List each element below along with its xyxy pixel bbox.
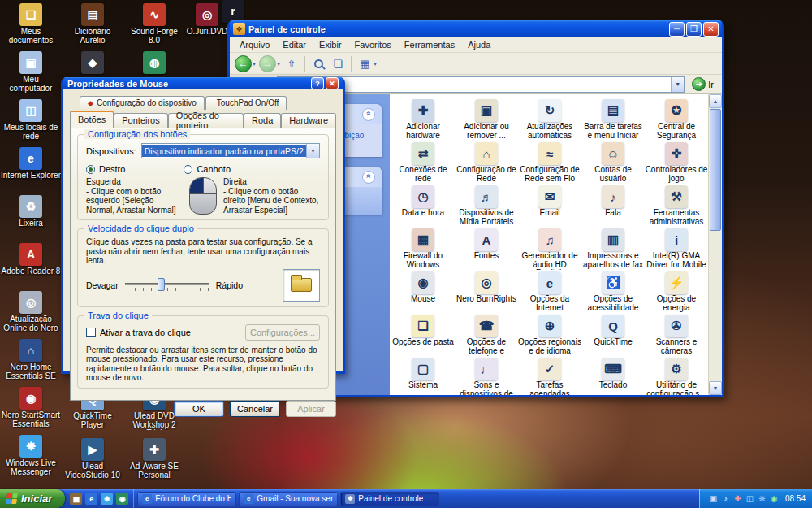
scroll-down-icon[interactable]: ▼ — [709, 381, 722, 395]
tray-icon[interactable]: ✚ — [732, 494, 743, 503]
tray-icon[interactable]: ♪ — [720, 494, 731, 503]
control-panel-item[interactable]: ♬ Dispositivos de Mídia Portáteis — [455, 185, 518, 228]
desktop-icon[interactable]: ▣ Meu computador — [1, 51, 61, 98]
desktop-icon[interactable]: ∿ Sound Forge 8.0 — [124, 3, 184, 50]
tab[interactable]: Roda — [244, 113, 281, 128]
scrollbar-thumb[interactable] — [710, 109, 721, 231]
control-panel-item[interactable]: ⊕ Opções regionais e de idioma — [518, 315, 581, 358]
control-panel-item[interactable]: ♪ Fala — [581, 185, 645, 228]
doubleclick-test-area[interactable] — [283, 269, 320, 302]
righthanded-radio[interactable]: Destro — [86, 164, 125, 174]
control-panel-item[interactable]: ▤ Barra de tarefas e menu Iniciar — [581, 99, 645, 142]
control-panel-item[interactable]: ✜ Controladores de jogo — [645, 142, 708, 185]
desktop-icon[interactable]: ❏ Meus documentos — [1, 3, 61, 50]
lefthanded-radio[interactable]: Canhoto — [184, 164, 231, 174]
tab[interactable]: Ponteiros — [114, 113, 167, 128]
desktop-icon[interactable]: ▶ Ulead VideoStudio 10 — [63, 438, 123, 487]
control-panel-item[interactable]: ◎ Nero BurnRights — [455, 271, 518, 315]
quicklaunch-icon[interactable]: ❋ — [101, 493, 113, 505]
menu-item[interactable]: Ajuda — [461, 39, 497, 50]
tab[interactable]: TouchPad On/Off — [205, 96, 287, 110]
collapse-chevron-icon[interactable]: » — [362, 108, 375, 121]
help-button[interactable]: ? — [311, 77, 324, 89]
dropdown-arrow-icon[interactable]: ▼ — [306, 144, 319, 158]
back-dropdown-icon[interactable]: ▾ — [253, 60, 256, 67]
ok-button[interactable]: OK — [174, 401, 224, 417]
apply-button[interactable]: Aplicar — [286, 401, 336, 417]
control-panel-item[interactable]: A Fontes — [455, 228, 518, 271]
control-panel-item[interactable]: ♩ Sons e dispositivos de áudio — [455, 358, 518, 395]
desktop-icon[interactable]: ◎ Atualização Online do Nero — [1, 291, 61, 337]
control-panel-item[interactable]: ⌂ Configuração de Rede — [455, 142, 518, 185]
control-panel-item[interactable]: ▦ Firewall do Windows — [391, 228, 455, 271]
tray-icon[interactable]: ◉ — [769, 494, 780, 503]
menu-item[interactable]: Ferramentas — [398, 39, 461, 50]
desktop-icon[interactable]: A Adobe Reader 8 — [1, 243, 61, 289]
control-panel-item[interactable]: e Opções da Internet — [518, 271, 581, 315]
control-panel-item[interactable]: ⇄ Conexões de rede — [391, 142, 455, 185]
control-panel-item[interactable]: ☺ Contas de usuário — [581, 142, 645, 185]
slider-thumb[interactable] — [158, 278, 165, 291]
control-panel-item[interactable]: ⚒ Ferramentas administrativas — [645, 185, 708, 228]
control-panel-item[interactable]: ❏ Opções de pasta — [391, 315, 455, 358]
control-panel-item[interactable]: Q QuickTime — [581, 315, 645, 358]
clicklock-checkbox[interactable]: Ativar a trava do clique — [86, 328, 191, 337]
taskbar-task[interactable]: e Gmail - Sua nova sen... — [239, 492, 338, 506]
folders-icon[interactable]: ❏ — [330, 55, 346, 72]
control-panel-item[interactable]: ✉ Email — [518, 185, 581, 228]
desktop-icon[interactable]: ◫ Meus locais de rede — [1, 99, 61, 145]
doubleclick-speed-slider[interactable] — [125, 277, 209, 293]
desktop-icon[interactable]: ⌂ Nero Home Essentials SE — [1, 339, 61, 385]
taskbar-task[interactable]: ❖ Painel de controle — [340, 492, 439, 506]
control-panel-item[interactable]: ♿ Opções de acessibilidade — [581, 271, 645, 315]
control-panel-item[interactable]: ✇ Scanners e câmeras — [645, 315, 708, 358]
minimize-button[interactable]: ─ — [669, 22, 685, 37]
close-button[interactable]: ✕ — [703, 22, 719, 37]
desktop-icon[interactable]: ◉ Nero StartSmart Essentials — [1, 387, 61, 433]
back-icon[interactable]: ← — [235, 55, 252, 72]
tray-icon[interactable]: ◫ — [745, 494, 755, 503]
forward-icon[interactable]: → — [259, 55, 276, 72]
control-panel-item[interactable]: ▣ Adicionar ou remover ... — [455, 99, 518, 142]
desktop-icon[interactable]: ♻ Lixeira — [1, 195, 61, 241]
menu-item[interactable]: Exibir — [313, 39, 348, 50]
views-icon[interactable]: ▦ — [356, 55, 373, 72]
control-panel-item[interactable]: ⌨ Teclado — [581, 358, 645, 395]
control-panel-item[interactable]: ◉ Mouse — [391, 271, 455, 315]
up-icon[interactable]: ⇧ — [283, 55, 300, 72]
collapse-chevron-icon[interactable]: » — [362, 171, 375, 184]
tray-icon[interactable]: ▣ — [708, 494, 719, 503]
control-panel-item[interactable]: ⚡ Opções de energia — [645, 271, 708, 315]
desktop-icon[interactable]: ✚ Ad-Aware SE Personal — [124, 438, 184, 487]
start-button[interactable]: Iniciar — [0, 489, 65, 508]
tab[interactable]: Botões — [70, 111, 114, 128]
menu-item[interactable]: Editar — [276, 39, 313, 50]
tray-icon[interactable]: ❋ — [757, 494, 767, 503]
menu-item[interactable]: Arquivo — [233, 39, 276, 50]
clicklock-settings-button[interactable]: Configurações... — [245, 324, 320, 341]
control-panel-item[interactable]: ⚙ Utilitário de configuração s... — [645, 358, 708, 395]
quicklaunch-icon[interactable]: ▦ — [70, 493, 82, 505]
dialog-titlebar[interactable]: Propriedades de Mouse ? ✕ — [63, 77, 343, 89]
search-icon[interactable] — [310, 55, 326, 72]
maximize-button[interactable]: ❐ — [686, 22, 702, 37]
address-dropdown-icon[interactable]: ▼ — [671, 77, 684, 92]
quicklaunch-icon[interactable]: e — [85, 493, 97, 505]
desktop-icon[interactable]: ▤ Dicionário Aurélio — [63, 3, 123, 50]
control-panel-item[interactable]: ◷ Data e hora — [391, 185, 455, 228]
control-panel-item[interactable]: ▢ Sistema — [391, 358, 455, 395]
control-panel-item[interactable]: ↻ Atualizações automáticas — [518, 99, 581, 142]
tab[interactable]: Hardware — [281, 113, 336, 128]
control-panel-item[interactable]: ▥ Impressoras e aparelhos de fax — [581, 228, 645, 271]
control-panel-item[interactable]: ♫ Gerenciador de áudio HD Realtek — [518, 228, 581, 271]
tab[interactable]: Opções do ponteiro — [168, 113, 244, 128]
go-button[interactable]: ➜ Ir — [689, 77, 717, 91]
taskbar-task[interactable]: e Fórum do Clube do H... — [137, 492, 236, 506]
vertical-scrollbar[interactable]: ▲ ▼ — [708, 94, 722, 395]
scroll-up-icon[interactable]: ▲ — [709, 94, 722, 108]
forward-dropdown-icon[interactable]: ▾ — [277, 60, 280, 67]
control-panel-item[interactable]: ≈ Configuração de Rede sem Fio — [518, 142, 581, 185]
close-button[interactable]: ✕ — [326, 77, 339, 89]
devices-dropdown[interactable]: Dispositivo indicador padrão na portaPS/… — [141, 143, 320, 158]
control-panel-item[interactable]: i Intel(R) GMA Driver for Mobile — [645, 228, 708, 271]
